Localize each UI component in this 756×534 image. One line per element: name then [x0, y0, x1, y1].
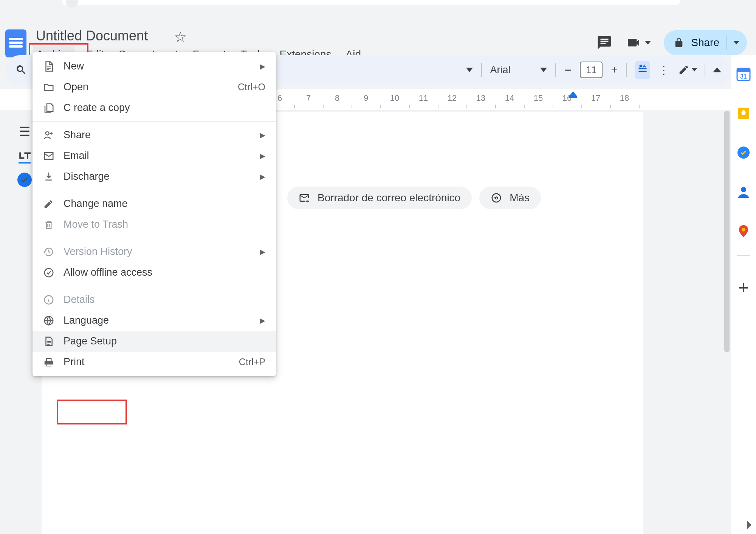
download-icon	[43, 171, 54, 182]
tasks-app-icon[interactable]	[736, 145, 751, 160]
search-icon[interactable]	[15, 64, 27, 76]
right-indent-marker[interactable]	[569, 89, 577, 96]
left-rail: ☰ ʟᴛ	[17, 124, 32, 187]
font-size-input[interactable]: 11	[580, 62, 603, 78]
smart-chips-row: Borrador de correo electrónico Más	[287, 187, 541, 209]
menu-item-open[interactable]: OpenCtrl+O	[33, 77, 276, 97]
ruler-tick	[380, 105, 381, 108]
menu-item-offline[interactable]: Allow offline access	[33, 262, 276, 283]
menu-item-label: Language	[64, 315, 109, 326]
svg-text:31: 31	[740, 73, 747, 80]
menu-item-label: Print	[64, 356, 85, 368]
more-chip[interactable]: Más	[479, 187, 541, 209]
ruler-number: 11	[419, 93, 428, 103]
editing-mode-button[interactable]	[678, 64, 697, 76]
ruler-tick	[610, 105, 611, 108]
languagetool-icon[interactable]: ʟᴛ	[19, 148, 31, 164]
history-icon	[43, 246, 54, 258]
menu-item-label: New	[64, 60, 84, 72]
ruler-number: 14	[505, 93, 514, 103]
ruler-tick	[323, 105, 324, 108]
archive-menu-dropdown: New▶OpenCtrl+OC reate a copyShare▶Email▶…	[33, 52, 276, 376]
menu-item-label: Change name	[64, 198, 128, 210]
side-panel-collapse-chevron-right-icon[interactable]	[746, 520, 751, 532]
menu-item-label: Share	[64, 129, 91, 141]
submenu-chevron-right-icon: ▶	[260, 62, 265, 71]
email-draft-chip[interactable]: Borrador de correo electrónico	[287, 187, 472, 209]
keep-app-icon[interactable]	[736, 106, 751, 121]
styles-chevron-down-icon[interactable]	[466, 68, 473, 72]
menu-item-shortcut: Ctrl+P	[239, 357, 265, 367]
menu-item-shortcut: Ctrl+O	[238, 82, 265, 93]
print-icon	[43, 357, 54, 368]
menu-item-new[interactable]: New▶	[33, 56, 276, 77]
menu-item-language[interactable]: Language▶	[33, 310, 276, 331]
font-selector[interactable]: Arial	[490, 64, 547, 76]
menu-item-label: Move to Trash	[64, 219, 128, 230]
maps-app-icon[interactable]	[736, 224, 751, 239]
meet-button[interactable]	[626, 35, 651, 50]
ruler-number: 18	[620, 93, 629, 103]
submenu-chevron-right-icon: ▶	[260, 173, 265, 181]
ruler-tick	[466, 105, 467, 108]
toolbar-divider	[481, 63, 482, 77]
menu-item-label: Email	[64, 150, 89, 162]
menu-item-share[interactable]: Share▶	[33, 125, 276, 145]
svg-point-6	[742, 228, 745, 232]
svg-point-7	[46, 131, 49, 135]
more-toolbar-button[interactable]: ⋮	[658, 64, 670, 76]
menu-item-details: Details	[33, 289, 276, 310]
folder-icon	[43, 82, 54, 93]
get-addons-plus-icon[interactable]	[736, 280, 751, 295]
chip-label: Más	[510, 192, 530, 204]
menu-item-discharge[interactable]: Discharge▶	[33, 166, 276, 187]
menu-separator	[33, 121, 276, 122]
menu-item-label: Version History	[64, 246, 132, 258]
decrease-font-button[interactable]: −	[564, 63, 572, 77]
outline-icon[interactable]: ☰	[19, 124, 30, 139]
rename-icon	[43, 198, 54, 210]
spellcheck-status-icon[interactable]	[17, 173, 32, 187]
menu-item-print[interactable]: PrintCtrl+P	[33, 352, 276, 372]
menu-item-label: Details	[64, 294, 95, 306]
contacts-app-icon[interactable]	[736, 184, 751, 199]
menu-separator	[33, 286, 276, 286]
vertical-scrollbar[interactable]	[724, 111, 730, 352]
increase-font-button[interactable]: +	[611, 63, 618, 76]
menu-separator	[33, 238, 276, 238]
docs-logo-icon[interactable]	[5, 29, 26, 57]
ruler-number: 12	[448, 93, 457, 103]
ruler-number: 17	[591, 93, 600, 103]
document-title[interactable]: Untitled Document	[36, 28, 148, 44]
share-chevron-down-icon[interactable]	[733, 41, 739, 45]
ruler-tick	[294, 105, 295, 108]
collapse-toolbar-chevron-up-icon[interactable]	[713, 67, 721, 73]
menu-item-rename[interactable]: Change name	[33, 193, 276, 214]
calendar-app-icon[interactable]: 31	[736, 66, 751, 82]
ruler-tick	[639, 105, 640, 108]
menu-item-label: Discharge	[64, 171, 110, 182]
menu-item-copy[interactable]: C reate a copy	[33, 97, 276, 118]
page-icon	[43, 336, 54, 347]
chip-label: Borrador de correo electrónico	[318, 192, 460, 204]
svg-rect-1	[737, 68, 750, 72]
ruler-tick	[352, 105, 352, 108]
ruler-tick	[524, 105, 525, 108]
ruler-number: 10	[390, 93, 399, 103]
font-name: Arial	[490, 64, 511, 76]
ruler-tick	[553, 105, 553, 108]
font-chevron-down-icon	[540, 68, 547, 72]
copy-icon	[43, 102, 54, 114]
star-icon[interactable]: ☆	[174, 29, 187, 45]
toolbar-divider	[705, 63, 705, 77]
menu-item-label: C reate a copy	[64, 102, 130, 114]
comments-icon[interactable]	[596, 34, 613, 51]
ruler-number: 13	[476, 93, 485, 103]
side-panel-divider	[737, 255, 750, 256]
menu-item-pagesetup[interactable]: Page Setup	[33, 331, 276, 352]
doc-icon	[43, 61, 54, 72]
browser-url-bar	[62, 0, 680, 5]
editing-mode-chip[interactable]	[635, 61, 650, 79]
share-button[interactable]: Share	[664, 30, 747, 55]
menu-item-email[interactable]: Email▶	[33, 145, 276, 166]
